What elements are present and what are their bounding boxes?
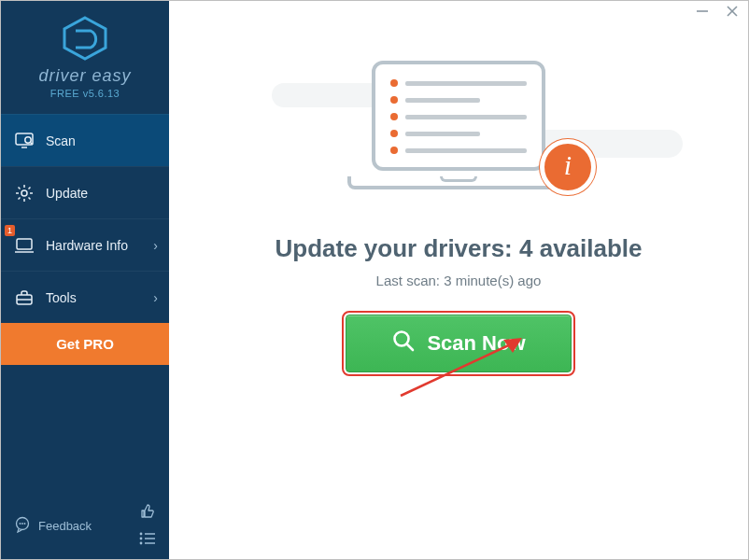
laptop-illustration: i [347, 61, 570, 203]
sidebar: driver easy FREE v5.6.13 Scan Update 1 [1, 1, 169, 559]
sidebar-item-label: Scan [46, 133, 76, 148]
svg-point-16 [140, 538, 143, 540]
sidebar-footer: Feedback [1, 494, 169, 559]
sidebar-footer-icons [139, 503, 156, 548]
headline: Update your drivers: 4 available [275, 234, 642, 263]
get-pro-button[interactable]: Get PRO [1, 323, 169, 365]
svg-point-3 [25, 136, 31, 142]
feedback-button[interactable]: Feedback [14, 516, 92, 536]
headline-suffix: available [532, 234, 642, 262]
sidebar-item-label: Update [46, 186, 88, 201]
main-center: i Update your drivers: 4 available Last … [169, 7, 748, 372]
search-icon [391, 329, 416, 358]
get-pro-label: Get PRO [56, 336, 114, 352]
info-badge-icon: i [540, 139, 596, 195]
close-button[interactable] [726, 5, 739, 21]
svg-rect-6 [17, 239, 32, 249]
main-panel: i Update your drivers: 4 available Last … [169, 1, 748, 559]
scan-button-label: Scan Now [427, 331, 525, 356]
minimize-button[interactable] [696, 5, 709, 21]
chevron-right-icon: › [153, 238, 158, 253]
headline-prefix: Update your drivers: [275, 234, 519, 262]
brand-logo-icon [1, 16, 169, 61]
illustration: i [290, 55, 627, 214]
sidebar-item-tools[interactable]: Tools › [1, 271, 169, 323]
version-label: FREE v5.6.13 [1, 88, 169, 99]
svg-point-11 [20, 523, 21, 525]
svg-point-14 [140, 533, 143, 536]
chat-icon [14, 516, 31, 536]
logo-block: driver easy FREE v5.6.13 [1, 1, 169, 108]
version-prefix: FREE [50, 88, 83, 99]
scan-icon [14, 131, 35, 151]
svg-point-18 [140, 542, 143, 545]
scan-now-button[interactable]: Scan Now [346, 315, 571, 372]
window-controls [696, 5, 739, 21]
brand-name: driver easy [1, 66, 169, 86]
sidebar-item-update[interactable]: Update [1, 166, 169, 218]
last-scan-label: Last scan: 3 minute(s) ago [376, 273, 542, 288]
chevron-right-icon: › [153, 290, 158, 305]
thumbs-up-icon[interactable] [139, 503, 156, 523]
toolbox-icon [14, 287, 35, 308]
svg-point-13 [24, 523, 26, 525]
sidebar-item-scan[interactable]: Scan [1, 114, 169, 166]
app-root: driver easy FREE v5.6.13 Scan Update 1 [1, 1, 748, 559]
svg-line-24 [407, 344, 414, 351]
sidebar-item-hardware-info[interactable]: 1 Hardware Info › [1, 218, 169, 271]
list-menu-icon[interactable] [139, 532, 156, 548]
laptop-base [347, 176, 570, 189]
notification-badge: 1 [5, 225, 15, 236]
svg-marker-0 [64, 18, 106, 59]
sidebar-nav: Scan Update 1 Hardware Info › [1, 114, 169, 323]
info-glyph: i [564, 149, 572, 181]
available-count: 4 [519, 234, 532, 262]
laptop-icon [14, 235, 35, 256]
gear-icon [14, 183, 35, 203]
sidebar-item-label: Tools [46, 290, 77, 305]
sidebar-item-label: Hardware Info [46, 238, 128, 253]
laptop-screen [372, 61, 545, 171]
svg-point-5 [21, 190, 27, 196]
version-number: v5.6.13 [83, 88, 120, 99]
feedback-label: Feedback [38, 519, 92, 533]
svg-point-12 [21, 523, 23, 525]
